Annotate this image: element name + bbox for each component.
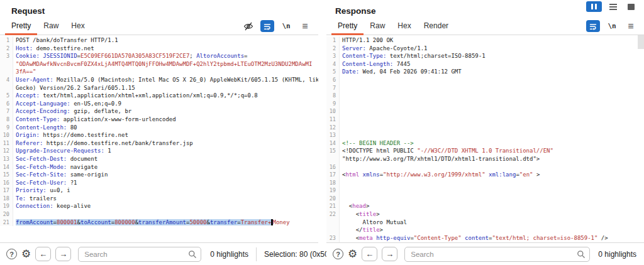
code-line[interactable]: 4User-Agent: Mozilla/5.0 (Macintosh; Int… bbox=[0, 76, 318, 84]
line-number: 20 bbox=[0, 210, 13, 219]
code-line[interactable]: 12Upgrade-Insecure-Requests: 1 bbox=[0, 147, 318, 155]
line-number: 5 bbox=[0, 92, 13, 100]
next-match-button[interactable]: → bbox=[55, 247, 71, 261]
help-icon[interactable]: ? bbox=[333, 249, 343, 259]
code-line[interactable]: 19Connection: keep-alive bbox=[0, 202, 318, 210]
response-tab-raw[interactable]: Raw bbox=[364, 19, 391, 35]
code-line[interactable]: 12 bbox=[326, 124, 644, 132]
code-line[interactable]: 3fA==" bbox=[0, 68, 318, 76]
code-line[interactable]: 13 bbox=[326, 131, 644, 139]
code-line[interactable]: 15Sec-Fetch-Site: same-origin bbox=[0, 171, 318, 179]
response-highlights-count: 0 highlights bbox=[598, 250, 636, 259]
request-editor[interactable]: 1POST /bank/doTransfer HTTP/1.12Host: de… bbox=[0, 35, 318, 242]
code-line[interactable]: 11Referer: https://demo.testfire.net/ban… bbox=[0, 139, 318, 148]
line-number: 21 bbox=[326, 202, 340, 210]
code-line[interactable]: "http://www.w3.org/TR/xhtml1/DTD/xhtml1-… bbox=[326, 155, 644, 163]
newline-chars-icon[interactable]: \n bbox=[279, 20, 293, 32]
eye-slash-icon[interactable] bbox=[242, 20, 255, 32]
prev-match-button[interactable]: ← bbox=[362, 247, 377, 261]
code-line[interactable]: 8 bbox=[326, 92, 644, 100]
editor-menu-icon[interactable]: ≡ bbox=[298, 20, 312, 32]
code-line[interactable]: 9Content-Length: 80 bbox=[0, 124, 318, 132]
response-search bbox=[404, 247, 590, 262]
code-line[interactable]: </title> bbox=[326, 226, 644, 234]
code-line[interactable]: 2Server: Apache-Coyote/1.1 bbox=[326, 45, 644, 53]
help-icon[interactable]: ? bbox=[6, 249, 17, 259]
response-tab-pretty[interactable]: Pretty bbox=[331, 19, 364, 35]
line-number: 7 bbox=[0, 107, 13, 116]
line-number: 3 bbox=[0, 52, 13, 60]
line-number: 4 bbox=[0, 76, 13, 84]
settings-gear-icon[interactable]: ⚙ bbox=[21, 249, 31, 259]
request-search-input[interactable] bbox=[78, 247, 201, 262]
layout-controls bbox=[586, 1, 638, 12]
line-number: 1 bbox=[326, 36, 340, 45]
code-line[interactable]: 1HTTP/1.1 200 OK bbox=[326, 36, 644, 45]
code-line[interactable]: 20 bbox=[0, 210, 318, 219]
code-line[interactable]: 17Priority: u=0, i bbox=[0, 187, 318, 195]
prev-match-button[interactable]: ← bbox=[35, 247, 51, 261]
code-line[interactable]: 10Origin: https://demo.testfire.net bbox=[0, 131, 318, 139]
line-number: 11 bbox=[326, 116, 340, 124]
request-title: Request bbox=[0, 0, 318, 19]
code-line[interactable]: 3Cookie: JSESSIONID=E5C09EF661DA570A305A… bbox=[0, 52, 318, 60]
request-tab-raw[interactable]: Raw bbox=[37, 19, 65, 35]
code-line[interactable]: Altoro Mutual bbox=[326, 219, 644, 227]
newline-chars-icon[interactable]: \n bbox=[605, 20, 619, 32]
line-number bbox=[326, 219, 340, 227]
scrollbar-thumb[interactable] bbox=[638, 35, 644, 49]
code-line[interactable]: 5Date: Wed, 04 Feb 2026 09:41:12 GMT bbox=[326, 68, 644, 76]
code-line[interactable]: 7Accept-Encoding: gzip, deflate, br bbox=[0, 107, 318, 116]
code-line[interactable]: 17<html xmlns="http://www.w3.org/1999/xh… bbox=[326, 171, 644, 179]
code-line[interactable]: 24 <link href="/style.css" rel="styleshe… bbox=[326, 242, 644, 242]
code-line[interactable]: 6 bbox=[326, 76, 644, 84]
code-line[interactable]: 2Host: demo.testfire.net bbox=[0, 45, 318, 53]
code-line[interactable]: 11 bbox=[326, 116, 644, 124]
code-line[interactable]: 5Accept: text/html,application/xhtml+xml… bbox=[0, 92, 318, 100]
soft-wrap-icon[interactable] bbox=[260, 20, 274, 32]
line-number: 6 bbox=[0, 100, 13, 108]
code-line[interactable]: 21 <head> bbox=[326, 202, 644, 210]
code-line[interactable]: 22 <title> bbox=[326, 210, 644, 219]
code-line[interactable]: 3Content-Type: text/html;charset=ISO-885… bbox=[326, 52, 644, 60]
code-line[interactable]: 20 bbox=[326, 195, 644, 203]
soft-wrap-icon[interactable] bbox=[586, 20, 600, 32]
line-number: 9 bbox=[326, 100, 340, 108]
code-line[interactable]: 4Content-Length: 7445 bbox=[326, 60, 644, 68]
request-tab-pretty[interactable]: Pretty bbox=[5, 19, 37, 35]
request-tab-hex[interactable]: Hex bbox=[65, 19, 91, 35]
response-search-input[interactable] bbox=[404, 247, 590, 262]
code-line[interactable]: 13Sec-Fetch-Dest: document bbox=[0, 155, 318, 163]
code-line[interactable]: 18 bbox=[326, 179, 644, 187]
line-number: 20 bbox=[326, 195, 340, 203]
code-line[interactable]: 10 bbox=[326, 107, 644, 116]
code-line[interactable]: 14Sec-Fetch-Mode: navigate bbox=[0, 163, 318, 171]
response-editor[interactable]: 1HTTP/1.1 200 OK2Server: Apache-Coyote/1… bbox=[326, 35, 644, 242]
code-line[interactable]: 1POST /bank/doTransfer HTTP/1.1 bbox=[0, 36, 318, 45]
code-line[interactable]: 16Sec-Fetch-User: ?1 bbox=[0, 179, 318, 187]
selected-code-line[interactable]: 21fromAccount=800001&toAccount=800000&tr… bbox=[0, 219, 318, 227]
response-tab-render[interactable]: Render bbox=[418, 19, 455, 35]
code-line[interactable]: 6Accept-Language: en-US,en;q=0.9 bbox=[0, 100, 318, 108]
code-line[interactable]: 9 bbox=[326, 100, 644, 108]
code-line[interactable]: 18Te: trailers bbox=[0, 195, 318, 203]
code-line[interactable]: 7 bbox=[326, 84, 644, 92]
code-line[interactable]: Gecko) Version/26.2 Safari/605.1.15 bbox=[0, 84, 318, 92]
code-line[interactable]: 14<!-- BEGIN HEADER --> bbox=[326, 139, 644, 148]
line-number: 23 bbox=[326, 234, 340, 242]
code-line[interactable]: 16 bbox=[326, 163, 644, 171]
code-line[interactable]: 8Content-Type: application/x-www-form-ur… bbox=[0, 116, 318, 124]
layout-rows-icon[interactable] bbox=[606, 1, 620, 12]
editor-menu-icon[interactable]: ≡ bbox=[624, 20, 638, 32]
code-line[interactable]: 23 <meta http-equiv="Content-Type" conte… bbox=[326, 234, 644, 242]
code-line[interactable]: 15<!DOCTYPE html PUBLIC "-//W3C//DTD XHT… bbox=[326, 147, 644, 155]
layout-columns-icon[interactable] bbox=[586, 1, 602, 12]
response-tab-hex[interactable]: Hex bbox=[391, 19, 417, 35]
line-number: 16 bbox=[0, 179, 13, 187]
next-match-button[interactable]: → bbox=[382, 247, 397, 261]
settings-gear-icon[interactable]: ⚙ bbox=[348, 249, 357, 259]
code-line[interactable]: 19 bbox=[326, 187, 644, 195]
layout-single-icon[interactable] bbox=[625, 1, 638, 12]
code-line[interactable]: "ODAwMDAwfkNvcnBvcmF0ZX4xLjA4MTQ4MTQ0NjF… bbox=[0, 60, 318, 68]
line-number: 21 bbox=[0, 219, 13, 227]
